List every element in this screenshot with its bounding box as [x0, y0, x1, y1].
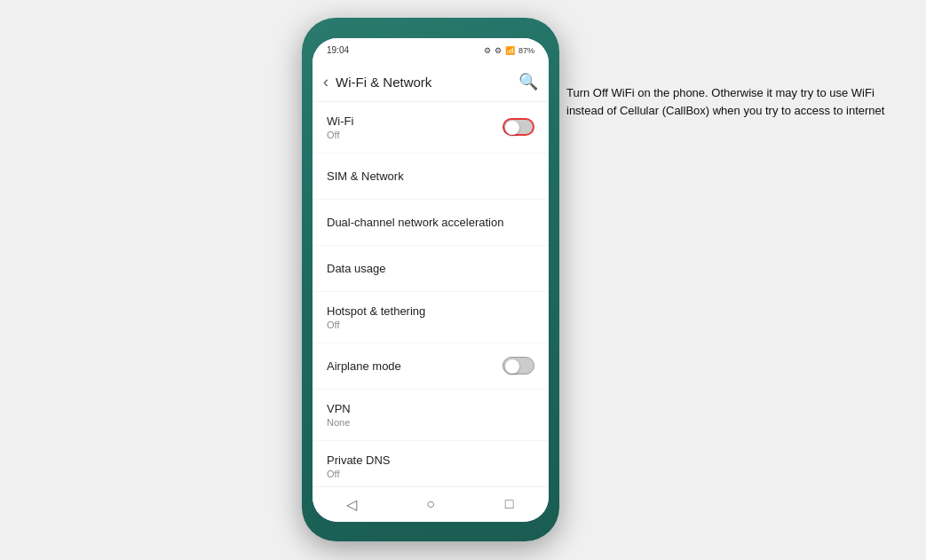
- status-time: 19:04: [327, 45, 349, 55]
- callout-text: Turn Off WiFi on the phone. Otherwise it…: [566, 84, 913, 119]
- settings-gear-icon-1: ⚙: [484, 46, 491, 55]
- setting-item-hotspot[interactable]: Hotspot & tethering Off: [313, 292, 549, 343]
- data-usage-label: Data usage: [327, 262, 386, 275]
- home-nav-button[interactable]: ○: [413, 490, 448, 518]
- battery-icon: 87%: [518, 46, 534, 55]
- top-nav: ‹ Wi-Fi & Network 🔍: [313, 63, 549, 102]
- airplane-label: Airplane mode: [327, 359, 401, 373]
- wifi-toggle-knob: [505, 121, 519, 135]
- sim-label: SIM & Network: [327, 170, 404, 183]
- phone-screen: 19:04 ⚙ ⚙ 📶 87% ‹ Wi-Fi & Network 🔍 Wi-F…: [313, 38, 549, 522]
- setting-item-dual-channel[interactable]: Dual-channel network acceleration: [313, 200, 549, 246]
- setting-item-data-usage[interactable]: Data usage: [313, 246, 549, 292]
- back-button[interactable]: ‹: [323, 73, 328, 91]
- hotspot-label: Hotspot & tethering: [327, 304, 425, 318]
- search-icon[interactable]: 🔍: [518, 72, 538, 91]
- private-dns-sub: Off: [327, 469, 391, 479]
- wifi-sub: Off: [327, 130, 353, 140]
- vpn-label: VPN: [327, 402, 351, 415]
- setting-item-wifi[interactable]: Wi-Fi Off: [313, 102, 549, 154]
- setting-item-vpn[interactable]: VPN None: [313, 390, 549, 441]
- settings-list: Wi-Fi Off SIM & Network Dual-channel net…: [313, 102, 549, 486]
- page-title: Wi-Fi & Network: [336, 75, 518, 90]
- back-nav-button[interactable]: ◁: [334, 490, 369, 518]
- setting-item-airplane[interactable]: Airplane mode: [313, 343, 549, 390]
- vpn-sub: None: [327, 417, 351, 428]
- airplane-toggle-knob: [505, 359, 519, 374]
- setting-item-private-dns[interactable]: Private DNS Off: [313, 441, 549, 486]
- airplane-toggle[interactable]: [503, 357, 534, 375]
- status-icons: ⚙ ⚙ 📶 87%: [484, 46, 534, 55]
- private-dns-label: Private DNS: [327, 454, 391, 467]
- hotspot-sub: Off: [327, 319, 425, 330]
- bottom-nav: ◁ ○ □: [313, 486, 549, 522]
- settings-gear-icon-2: ⚙: [495, 46, 502, 55]
- setting-item-sim[interactable]: SIM & Network: [313, 154, 549, 200]
- status-bar: 19:04 ⚙ ⚙ 📶 87%: [313, 38, 549, 63]
- phone-shell: 19:04 ⚙ ⚙ 📶 87% ‹ Wi-Fi & Network 🔍 Wi-F…: [302, 18, 559, 541]
- wifi-toggle[interactable]: [503, 118, 534, 136]
- signal-icon: 📶: [505, 46, 515, 55]
- wifi-label: Wi-Fi: [327, 114, 353, 128]
- recent-nav-button[interactable]: □: [492, 490, 527, 518]
- dual-channel-label: Dual-channel network acceleration: [327, 216, 503, 229]
